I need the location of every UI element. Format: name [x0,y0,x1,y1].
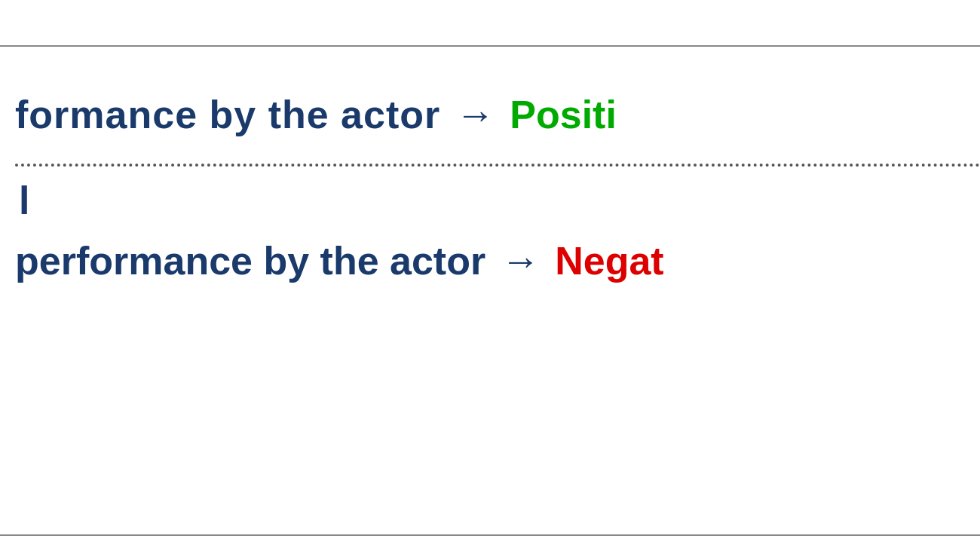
positive-row-arrow: → [455,92,495,137]
negative-label: Negat [555,238,663,283]
negative-row-prefix: performance by the actor [15,238,485,283]
content-area: formance by the actor → Positi l perform… [0,47,980,534]
standalone-text: l [15,178,980,223]
negative-row: performance by the actor → Negat [15,238,980,283]
positive-row-prefix: formance by the actor [15,92,440,137]
negative-row-arrow: → [501,238,540,283]
positive-label: Positi [510,92,617,137]
dotted-separator [15,164,980,167]
page-container: formance by the actor → Positi l perform… [0,0,980,551]
positive-row: formance by the actor → Positi [15,92,980,137]
bottom-border [0,534,980,536]
